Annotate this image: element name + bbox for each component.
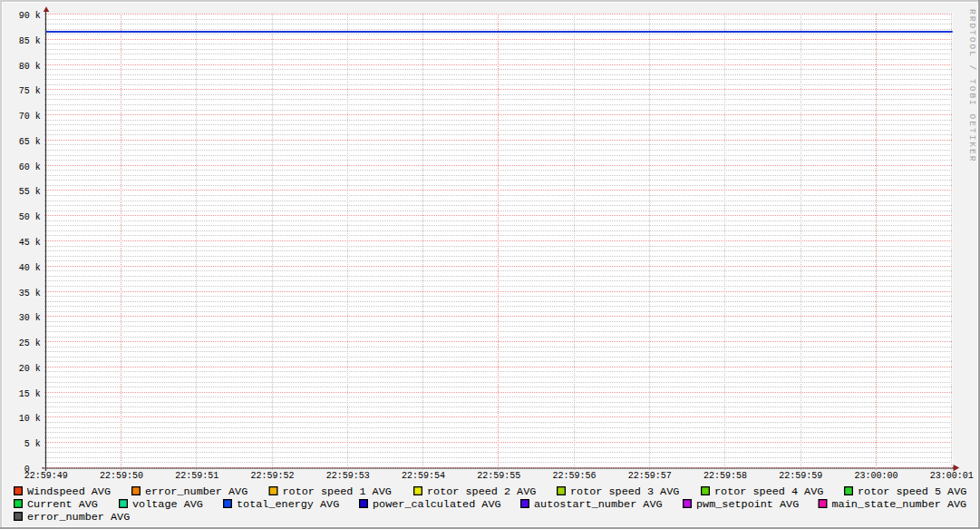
svg-text:autostart_number AVG: autostart_number AVG [534, 498, 663, 511]
svg-text:rotor speed 3 AVG: rotor speed 3 AVG [570, 485, 679, 498]
svg-text:23:00:00: 23:00:00 [854, 471, 898, 481]
svg-text:rotor speed 4 AVG: rotor speed 4 AVG [714, 485, 823, 498]
svg-text:60 k: 60 k [19, 162, 41, 172]
svg-text:22:59:59: 22:59:59 [779, 471, 822, 481]
svg-text:rotor speed 5 AVG: rotor speed 5 AVG [858, 485, 966, 498]
svg-text:22:59:53: 22:59:53 [326, 471, 370, 481]
svg-text:45 k: 45 k [19, 238, 41, 248]
svg-text:22:59:50: 22:59:50 [100, 471, 143, 481]
svg-text:50 k: 50 k [19, 212, 41, 222]
svg-text:error_number AVG: error_number AVG [27, 511, 130, 524]
svg-text:15 k: 15 k [19, 389, 41, 399]
svg-text:22:59:54: 22:59:54 [402, 471, 445, 481]
svg-text:75 k: 75 k [19, 86, 41, 96]
svg-text:5 k: 5 k [24, 439, 41, 449]
svg-text:70 k: 70 k [19, 112, 41, 122]
svg-text:Current AVG: Current AVG [27, 498, 98, 511]
svg-text:power_calculated AVG: power_calculated AVG [373, 498, 501, 511]
svg-text:25 k: 25 k [19, 338, 41, 348]
svg-text:10 k: 10 k [19, 414, 41, 424]
svg-text:rotor speed 1 AVG: rotor speed 1 AVG [283, 485, 392, 498]
svg-text:rotor speed 2 AVG: rotor speed 2 AVG [427, 485, 536, 498]
svg-text:20 k: 20 k [19, 364, 41, 374]
svg-text:22:59:52: 22:59:52 [251, 471, 295, 481]
svg-text:40 k: 40 k [19, 263, 41, 273]
svg-text:80 k: 80 k [19, 62, 41, 72]
svg-text:22:59:56: 22:59:56 [552, 471, 596, 481]
svg-text:total_energy AVG: total_energy AVG [237, 498, 339, 511]
svg-text:22:59:49: 22:59:49 [24, 471, 68, 481]
svg-text:22:59:57: 22:59:57 [628, 471, 672, 481]
svg-text:55 k: 55 k [19, 187, 41, 197]
svg-text:22:59:51: 22:59:51 [175, 471, 218, 481]
svg-text:23:00:01: 23:00:01 [930, 471, 974, 481]
svg-text:error_number AVG: error_number AVG [145, 485, 247, 498]
svg-text:pwm_setpoint AVG: pwm_setpoint AVG [696, 498, 799, 511]
svg-text:35 k: 35 k [19, 289, 41, 299]
svg-text:65 k: 65 k [19, 137, 41, 147]
svg-text:22:59:58: 22:59:58 [703, 471, 747, 481]
svg-text:RRDTOOL / TOBI OETIKER: RRDTOOL / TOBI OETIKER [967, 9, 977, 162]
svg-text:main_state_number AVG: main_state_number AVG [832, 498, 967, 511]
svg-text:90 k: 90 k [19, 11, 41, 21]
svg-text:85 k: 85 k [19, 36, 41, 46]
svg-text:Windspeed AVG: Windspeed AVG [27, 485, 111, 498]
svg-text:voltage AVG: voltage AVG [132, 498, 203, 511]
svg-text:22:59:55: 22:59:55 [477, 471, 520, 481]
svg-text:30 k: 30 k [19, 313, 41, 323]
